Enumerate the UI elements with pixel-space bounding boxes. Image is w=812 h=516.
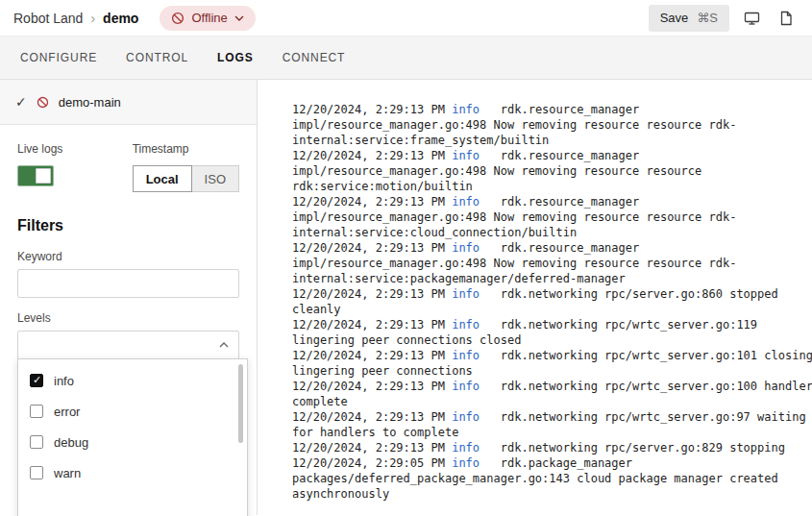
- log-entry: 12/20/2024, 2:29:13 PM info rdk.networki…: [292, 409, 812, 440]
- save-shortcut: ⌘S: [697, 11, 718, 25]
- log-message: rdk.networking rpc/server.go:829 stoppin…: [480, 441, 785, 455]
- levels-option-list: infoerrordebugwarn: [18, 365, 247, 488]
- part-name: demo-main: [59, 95, 121, 110]
- log-timestamp: 12/20/2024, 2:29:13 PM: [292, 410, 452, 424]
- log-level: info: [452, 149, 480, 162]
- keyword-label: Keyword: [17, 250, 239, 263]
- log-entry: 12/20/2024, 2:29:05 PM info rdk.package_…: [292, 455, 812, 502]
- log-timestamp: 12/20/2024, 2:29:13 PM: [292, 318, 452, 332]
- log-level: info: [452, 318, 480, 332]
- monitor-icon: [744, 11, 760, 26]
- log-list: 12/20/2024, 2:29:13 PM info rdk.resource…: [292, 102, 812, 502]
- header-actions: Save ⌘S: [649, 5, 799, 32]
- timestamp-label: Timestamp: [133, 142, 239, 156]
- tab-configure[interactable]: CONFIGURE: [6, 37, 111, 79]
- dropdown-scrollbar[interactable]: [238, 364, 243, 443]
- log-timestamp: 12/20/2024, 2:29:13 PM: [292, 441, 452, 455]
- levels-option-label: warn: [54, 466, 81, 480]
- machine-status-label: Offline: [191, 11, 227, 25]
- breadcrumb-separator-icon: ›: [90, 11, 95, 26]
- logs-sidebar: ✓ demo-main Live logs Timestamp: [0, 80, 258, 515]
- log-level: info: [452, 349, 480, 362]
- log-level: info: [452, 410, 480, 424]
- check-icon: ✓: [15, 94, 27, 110]
- chevron-up-icon: [219, 342, 229, 348]
- offline-icon: [171, 12, 185, 25]
- checkbox-unchecked-icon[interactable]: [30, 435, 43, 449]
- log-entry: 12/20/2024, 2:29:13 PM info rdk.resource…: [292, 102, 812, 148]
- part-offline-icon: [37, 96, 49, 109]
- filters-title: Filters: [17, 217, 239, 234]
- timestamp-segment: LocalISO: [133, 165, 239, 192]
- log-level: info: [452, 195, 480, 209]
- log-entry: 12/20/2024, 2:29:13 PM info rdk.resource…: [292, 148, 812, 194]
- log-entry: 12/20/2024, 2:29:13 PM info rdk.resource…: [292, 194, 812, 240]
- log-level: info: [452, 241, 480, 255]
- tab-connect[interactable]: CONNECT: [268, 37, 360, 79]
- breadcrumb-root[interactable]: Robot Land: [13, 11, 83, 26]
- monitor-icon-button[interactable]: [739, 6, 764, 31]
- log-controls: Live logs Timestamp LocalISO Filters Key…: [0, 125, 257, 377]
- page-body: ✓ demo-main Live logs Timestamp: [0, 80, 812, 515]
- document-icon-button[interactable]: [774, 6, 799, 31]
- log-timestamp: 12/20/2024, 2:29:13 PM: [292, 349, 452, 362]
- log-viewer[interactable]: 12/20/2024, 2:29:13 PM info rdk.resource…: [258, 80, 812, 515]
- levels-option-warn[interactable]: warn: [18, 457, 247, 488]
- log-level: info: [452, 380, 480, 393]
- tab-bar: CONFIGURECONTROLLOGSCONNECT: [0, 37, 812, 80]
- levels-option-label: info: [54, 374, 74, 388]
- log-entry: 12/20/2024, 2:29:13 PM info rdk.networki…: [292, 317, 812, 348]
- log-timestamp: 12/20/2024, 2:29:13 PM: [292, 380, 452, 393]
- log-timestamp: 12/20/2024, 2:29:05 PM: [292, 456, 452, 470]
- log-level: info: [452, 103, 480, 116]
- levels-select[interactable]: [17, 331, 239, 359]
- levels-dropdown: infoerrordebugwarn: [17, 358, 248, 516]
- top-header: Robot Land › demo Offline Save ⌘S: [0, 0, 812, 37]
- log-entry: 12/20/2024, 2:29:13 PM info rdk.resource…: [292, 240, 812, 286]
- app-window: Robot Land › demo Offline Save ⌘S: [0, 0, 812, 516]
- log-timestamp: 12/20/2024, 2:29:13 PM: [292, 241, 452, 255]
- checkbox-unchecked-icon[interactable]: [30, 466, 43, 479]
- levels-label: Levels: [17, 311, 239, 325]
- log-entry: 12/20/2024, 2:29:13 PM info rdk.networki…: [292, 348, 812, 379]
- breadcrumb-current: demo: [103, 11, 138, 26]
- levels-option-label: debug: [54, 435, 88, 450]
- log-level: info: [452, 441, 480, 455]
- levels-option-debug[interactable]: debug: [18, 427, 247, 457]
- log-level: info: [452, 287, 480, 301]
- tab-control[interactable]: CONTROL: [111, 37, 203, 79]
- levels-option-label: error: [54, 405, 80, 419]
- document-icon: [779, 11, 793, 26]
- levels-option-error[interactable]: error: [18, 396, 247, 427]
- log-entry: 12/20/2024, 2:29:13 PM info rdk.networki…: [292, 379, 812, 409]
- save-button[interactable]: Save ⌘S: [649, 5, 729, 32]
- tab-logs[interactable]: LOGS: [203, 37, 268, 79]
- machine-status-dropdown[interactable]: Offline: [160, 6, 255, 31]
- breadcrumb: Robot Land › demo Offline: [13, 6, 256, 31]
- log-timestamp: 12/20/2024, 2:29:13 PM: [292, 149, 452, 162]
- keyword-input[interactable]: [17, 269, 239, 298]
- log-level: info: [452, 456, 480, 470]
- log-timestamp: 12/20/2024, 2:29:13 PM: [292, 103, 452, 116]
- live-logs-toggle[interactable]: [17, 165, 54, 186]
- timestamp-option-iso[interactable]: ISO: [192, 165, 239, 192]
- checkbox-checked-icon[interactable]: [30, 374, 43, 387]
- levels-option-info[interactable]: info: [18, 365, 247, 396]
- log-entry: 12/20/2024, 2:29:13 PM info rdk.networki…: [292, 440, 812, 455]
- log-timestamp: 12/20/2024, 2:29:13 PM: [292, 287, 452, 301]
- checkbox-unchecked-icon[interactable]: [30, 405, 43, 418]
- save-button-label: Save: [660, 11, 689, 25]
- toggle-knob: [36, 168, 51, 184]
- log-timestamp: 12/20/2024, 2:29:13 PM: [292, 195, 452, 209]
- timestamp-option-local[interactable]: Local: [133, 165, 192, 192]
- part-selector-demo-main[interactable]: ✓ demo-main: [0, 80, 257, 125]
- chevron-down-icon: [234, 15, 244, 21]
- live-logs-label: Live logs: [17, 142, 133, 156]
- log-entry: 12/20/2024, 2:29:13 PM info rdk.networki…: [292, 286, 812, 317]
